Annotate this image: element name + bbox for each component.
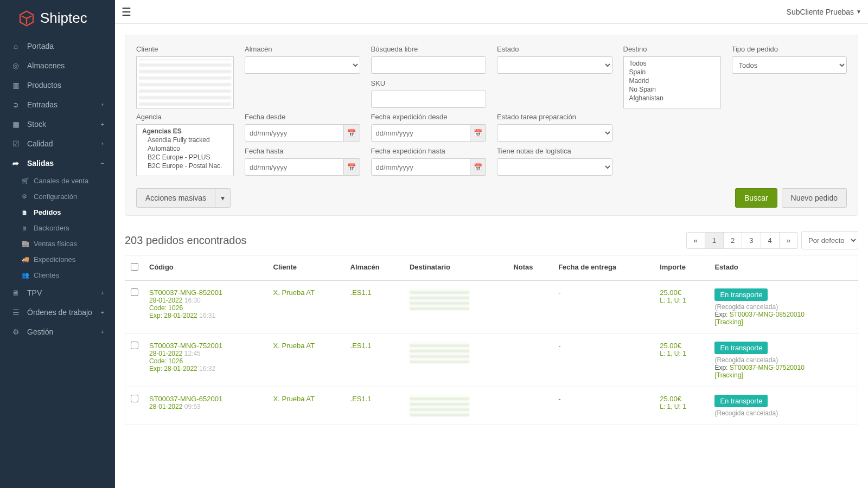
order-exp-date: Exp: 28-01-2022 16:31 [149, 312, 263, 319]
doc-icon: 🗎 [22, 209, 29, 216]
plus-icon: + [101, 140, 104, 147]
exp-link[interactable]: ST00037-MNG-07520010 [730, 364, 805, 371]
label-sku: SKU [371, 79, 487, 87]
row-checkbox[interactable] [131, 342, 138, 349]
nav-stock[interactable]: ▦Stock+ [0, 114, 115, 134]
order-notas [508, 387, 553, 425]
logo-icon [18, 10, 35, 27]
calendar-icon[interactable]: 📅 [470, 124, 486, 142]
label-almacen: Almacén [245, 45, 360, 53]
nav-gestion[interactable]: ⚙Gestión+ [0, 322, 115, 342]
sku-input[interactable] [371, 91, 487, 108]
label-agencia: Agencia [136, 113, 234, 121]
page-2[interactable]: 2 [724, 233, 742, 248]
nav-salidas[interactable]: ➦Salidas− [0, 153, 115, 173]
destino-opt[interactable]: Afghanistan [624, 94, 720, 102]
subnav-backorders[interactable]: 🗎Backorders [0, 220, 115, 236]
sidebar: Shiptec ⌂Portada ◎Almacenes ▥Productos ➲… [0, 0, 115, 488]
tipo-select[interactable]: Todos [732, 56, 847, 74]
nav-label: TPV [27, 288, 42, 297]
tiene-notas-select[interactable] [497, 158, 612, 176]
page-4[interactable]: 4 [761, 233, 780, 248]
nav-calidad[interactable]: ☑Calidad+ [0, 134, 115, 153]
cliente-listbox[interactable] [136, 56, 234, 108]
subnav-ventas[interactable]: 🏬Ventas físicas [0, 236, 115, 252]
order-cliente[interactable]: X. Prueba AT [268, 280, 345, 334]
nav-label: Productos [27, 81, 61, 89]
acciones-caret-button[interactable]: ▾ [215, 188, 231, 208]
brand-logo: Shiptec [0, 0, 115, 36]
list-icon: ☰ [11, 308, 21, 317]
destinatario-redacted [410, 342, 469, 363]
exp-link[interactable]: ST00037-MNG-08520010 [730, 311, 805, 318]
tracking-link[interactable]: [Tracking] [714, 318, 852, 326]
subnav-pedidos[interactable]: 🗎Pedidos [0, 204, 115, 220]
order-cliente[interactable]: X. Prueba AT [268, 387, 345, 425]
agencia-opt[interactable]: Asendia Fully tracked [137, 136, 233, 144]
label-fecha-desde: Fecha desde [245, 113, 360, 121]
order-notas [508, 334, 553, 387]
agencia-opt[interactable]: B2C Europe - Postal Nac. [137, 162, 233, 170]
agencia-listbox[interactable]: Agencias ES Asendia Fully tracked Automá… [136, 124, 234, 176]
subnav-expediciones[interactable]: 🚚Expediciones [0, 252, 115, 267]
destino-opt[interactable]: Spain [624, 68, 720, 76]
destino-opt[interactable]: Madrid [624, 76, 720, 85]
user-menu[interactable]: SubCliente Pruebas ▼ [787, 8, 861, 16]
agencia-opt[interactable]: B2C Europe - PPLUS [137, 153, 233, 162]
fecha-hasta-input[interactable] [245, 158, 344, 176]
calendar-icon[interactable]: 📅 [344, 158, 360, 176]
brand-text: Shiptec [40, 10, 87, 27]
status-note: (Recogida cancelada) [714, 303, 852, 311]
subnav-canales[interactable]: 🛒Canales de venta [0, 173, 115, 189]
page-1[interactable]: 1 [705, 233, 724, 248]
row-checkbox[interactable] [131, 288, 138, 296]
calendar-icon[interactable]: 📅 [470, 158, 486, 176]
nav-entradas[interactable]: ➲Entradas+ [0, 95, 115, 114]
exp-desde-input[interactable] [371, 124, 470, 142]
nav-label: Calidad [27, 139, 53, 148]
order-code-link[interactable]: ST00037-MNG-752001 [149, 342, 263, 350]
order-almacen[interactable]: .ES1.1 [345, 280, 404, 334]
sort-select[interactable]: Por defecto [801, 231, 858, 249]
page-3[interactable]: 3 [742, 233, 761, 248]
destino-listbox[interactable]: Todos Spain Madrid No Spain Afghanistan [623, 56, 721, 108]
nav-tpv[interactable]: 🖥TPV+ [0, 283, 115, 303]
hamburger-icon[interactable]: ☰ [122, 5, 131, 18]
nav-ordenes[interactable]: ☰Órdenes de trabajo+ [0, 303, 115, 322]
order-fecha-entrega: - [553, 280, 654, 334]
subnav-clientes[interactable]: 👥Clientes [0, 267, 115, 283]
order-almacen[interactable]: .ES1.1 [345, 387, 404, 425]
row-checkbox[interactable] [131, 395, 138, 402]
order-almacen[interactable]: .ES1.1 [345, 334, 404, 387]
order-code-link[interactable]: ST00037-MNG-852001 [149, 288, 263, 297]
fecha-desde-input[interactable] [245, 124, 344, 142]
calendar-icon[interactable]: 📅 [344, 124, 360, 142]
busqueda-input[interactable] [371, 56, 487, 74]
tracking-link[interactable]: [Tracking] [714, 371, 852, 379]
desktop-icon: 🖥 [11, 288, 21, 297]
subnav-config[interactable]: ⚙Configuración [0, 189, 115, 204]
nav-portada[interactable]: ⌂Portada [0, 36, 115, 56]
page-next[interactable]: » [780, 233, 797, 248]
order-lu: L: 1, U: 1 [660, 403, 704, 410]
nav-almacenes[interactable]: ◎Almacenes [0, 56, 115, 75]
select-all-checkbox[interactable] [131, 263, 138, 271]
th-cliente: Cliente [268, 255, 345, 281]
buscar-button[interactable]: Buscar [735, 188, 777, 208]
agencia-opt[interactable]: Automático [137, 144, 233, 153]
destino-opt[interactable]: No Spain [624, 85, 720, 94]
acciones-masivas-button[interactable]: Acciones masivas [136, 188, 215, 208]
th-notas: Notas [508, 255, 553, 281]
exp-hasta-input[interactable] [371, 158, 470, 176]
estado-select[interactable] [497, 56, 612, 74]
nav-productos[interactable]: ▥Productos [0, 75, 115, 95]
th-estado: Estado [709, 255, 858, 281]
nuevo-pedido-button[interactable]: Nuevo pedido [782, 188, 847, 208]
page-prev[interactable]: « [687, 233, 705, 248]
estado-tarea-select[interactable] [497, 124, 612, 142]
destino-opt[interactable]: Todos [624, 59, 720, 68]
almacen-select[interactable] [245, 56, 360, 74]
order-code-link[interactable]: ST00037-MNG-652001 [149, 395, 263, 403]
order-cliente[interactable]: X. Prueba AT [268, 334, 345, 387]
nav-label: Almacenes [27, 61, 65, 70]
